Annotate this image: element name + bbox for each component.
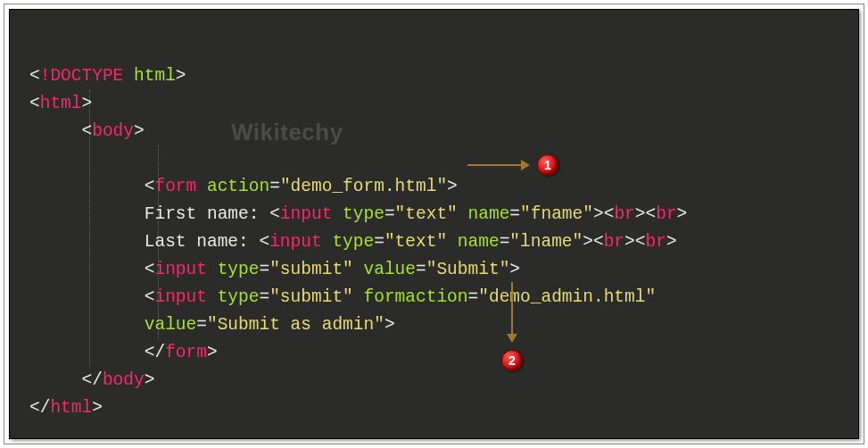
code-snippet-panel: Wikitechy <!DOCTYPE html> <html> <body> … [9, 9, 859, 439]
code-line-11: </form> [29, 343, 218, 362]
code-line-10: value="Submit as admin"> [29, 315, 395, 335]
code-line-13: </html> [29, 398, 103, 418]
code-line-8: <input type="submit" value="Submit"> [29, 260, 520, 279]
code-line-12: </body> [29, 370, 154, 390]
code-line-2: <html> [29, 94, 92, 113]
code-line-9: <input type="submit" formaction="demo_ad… [29, 287, 656, 307]
code-line-3: <body> [29, 121, 145, 141]
code-line-1: <!DOCTYPE html> [29, 66, 186, 86]
code-line-7: Last name: <input type="text" name="lnam… [29, 232, 677, 252]
code-line-6: First name: <input type="text" name="fna… [29, 204, 687, 224]
code-content: <!DOCTYPE html> <html> <body> <form acti… [10, 10, 858, 448]
code-line-5: <form action="demo_form.html"> [29, 177, 458, 196]
